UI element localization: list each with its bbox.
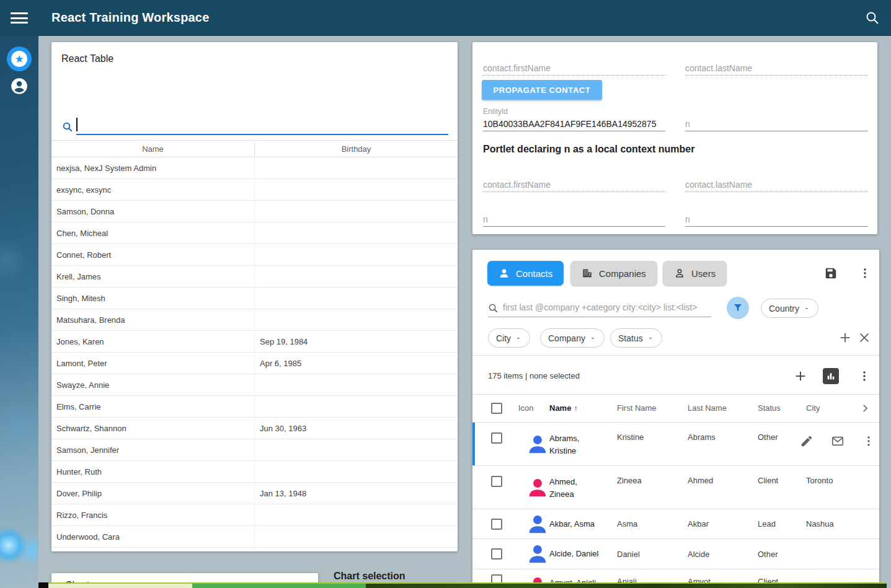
tab-contacts[interactable]: Contacts (487, 261, 564, 286)
portlet-n-input[interactable] (483, 212, 665, 226)
edit-pencil-icon[interactable] (800, 434, 813, 448)
chevron-down-icon (515, 335, 522, 342)
table-row[interactable]: Krell, James (51, 266, 458, 287)
table-row[interactable]: Samson, Jennifer (51, 439, 458, 461)
save-icon[interactable] (824, 266, 838, 280)
contact-row[interactable]: Alcide, Daniel Daniel Alcide Other (472, 539, 879, 569)
clear-filters-icon[interactable] (858, 331, 871, 344)
propagate-contact-button[interactable]: PROPAGATE CONTACT (482, 80, 602, 100)
chevron-down-icon (803, 305, 810, 312)
entity-id-label: EntityId (483, 107, 508, 116)
contacts-search-input[interactable] (488, 298, 711, 317)
add-filter-icon[interactable] (838, 331, 852, 344)
table-search-input[interactable] (76, 115, 448, 134)
table-row[interactable]: Rizzo, Francis (51, 504, 458, 526)
bottom-clipped-strip (0, 582, 891, 588)
select-all-checkbox[interactable] (491, 403, 502, 414)
entity-id-field (483, 116, 665, 131)
add-item-icon[interactable] (794, 369, 807, 383)
clipped-chart-axis-segment (48, 582, 192, 588)
clipped-image-segment (366, 582, 887, 588)
company-filter-chip[interactable]: Company (540, 328, 605, 348)
column-header-first-name[interactable]: First Name (617, 403, 688, 413)
entity-id-input[interactable] (483, 116, 665, 131)
table-row[interactable]: Elms, Carrie (51, 396, 458, 418)
account-icon (11, 77, 28, 95)
country-filter-chip[interactable]: Country (761, 299, 818, 318)
grid-header-row: Icon Name ↑ First Name Last Name Status … (472, 394, 879, 423)
card-title: React Table (61, 53, 113, 64)
contacts-search-field (488, 298, 711, 317)
table-row[interactable]: Swayze, Annie (51, 374, 458, 396)
sidebar-item-account[interactable] (11, 77, 28, 95)
app-title: React Training Workspace (51, 11, 210, 25)
column-header-name[interactable]: Name ↑ (549, 403, 617, 413)
table-row[interactable]: nexjsa, NexJ System Admin (51, 157, 458, 179)
row-checkbox[interactable] (491, 548, 502, 559)
chevron-right-icon[interactable] (859, 403, 871, 414)
row-checkbox[interactable] (491, 519, 502, 530)
bar-chart-icon (826, 371, 836, 381)
table-row[interactable]: Underwood, Cara (51, 526, 458, 548)
tab-companies[interactable]: Companies (570, 261, 657, 286)
n-input[interactable] (685, 116, 868, 131)
portlet-first-name-input[interactable] (483, 177, 665, 191)
contact-first-name-field (483, 61, 665, 76)
table-row[interactable]: Schwartz, ShannonJun 30, 1963 (51, 418, 458, 439)
table-row[interactable]: Samson, Donna (51, 201, 458, 222)
sidebar-item-workspace[interactable]: ★ (7, 46, 32, 71)
chart-view-button[interactable] (823, 368, 839, 384)
tab-users[interactable]: Users (663, 261, 727, 286)
menu-icon[interactable] (11, 12, 28, 24)
column-header-birthday[interactable]: Birthday (254, 141, 458, 157)
contact-row[interactable]: Abrams, Kristine Kristine Abrams Other (472, 423, 879, 466)
portlet-n-input-2[interactable] (685, 212, 868, 226)
context-card: PROPAGATE CONTACT EntityId Portlet decla… (472, 42, 877, 234)
portlet-n-field-2 (685, 212, 868, 227)
portlet-first-name-field (483, 177, 665, 192)
status-filter-chip[interactable]: Status (610, 328, 662, 348)
portlet-n-field (483, 212, 665, 227)
table-row[interactable]: exsync, exsync (51, 179, 458, 201)
more-vertical-icon[interactable] (862, 434, 875, 448)
column-header-status[interactable]: Status (758, 403, 806, 413)
contact-row[interactable]: Ahmed, Zineea Zineea Ahmed Client Toront… (472, 466, 879, 509)
sidebar: ★ (0, 0, 38, 588)
funnel-icon (732, 302, 743, 314)
search-icon (488, 303, 499, 314)
person-outline-icon (674, 268, 685, 279)
table-row[interactable]: Singh, Mitesh (51, 287, 458, 309)
table-row[interactable]: Jones, KarenSep 19, 1984 (51, 331, 458, 353)
column-header-city[interactable]: City (806, 403, 856, 413)
table-row[interactable]: Dover, PhilipJan 13, 1948 (51, 483, 458, 504)
more-vertical-icon[interactable] (858, 369, 871, 383)
table-row[interactable]: Connet, Robert (51, 244, 458, 266)
column-header-icon[interactable]: Icon (518, 403, 549, 413)
chevron-down-icon (647, 335, 654, 342)
column-header-last-name[interactable]: Last Name (688, 403, 758, 413)
city-filter-chip[interactable]: City (488, 328, 530, 348)
more-vertical-icon[interactable] (858, 266, 872, 280)
portlet-last-name-input[interactable] (685, 177, 868, 191)
row-checkbox[interactable] (491, 476, 502, 487)
table-row[interactable]: Matsuhara, Brenda (51, 309, 458, 331)
table-header-row: Name Birthday (51, 140, 458, 157)
table-row[interactable]: Hunter, Ruth (51, 461, 458, 483)
search-icon[interactable] (865, 11, 880, 25)
row-checkbox[interactable] (491, 432, 502, 444)
table-row[interactable]: Lamont, PeterApr 6, 1985 (51, 353, 458, 374)
email-envelope-icon[interactable] (831, 434, 844, 448)
contact-last-name-input[interactable] (685, 61, 868, 75)
react-table: Name Birthday nexjsa, NexJ System Admin … (51, 140, 458, 551)
table-row[interactable]: Smith, Valerie (51, 548, 458, 551)
filter-funnel-button[interactable] (727, 297, 749, 319)
table-row[interactable]: Chen, Micheal (51, 222, 458, 244)
person-icon (499, 268, 510, 279)
contact-row[interactable]: Akbar, Asma Asma Akbar Lead Nashua (472, 509, 879, 539)
react-table-card: React Table Name Birthday nexjsa, NexJ S… (51, 42, 458, 551)
sort-ascending-icon: ↑ (574, 403, 578, 413)
building-icon (582, 268, 593, 279)
contact-first-name-input[interactable] (483, 61, 665, 75)
n-field (685, 116, 868, 131)
column-header-name[interactable]: Name (51, 144, 254, 154)
